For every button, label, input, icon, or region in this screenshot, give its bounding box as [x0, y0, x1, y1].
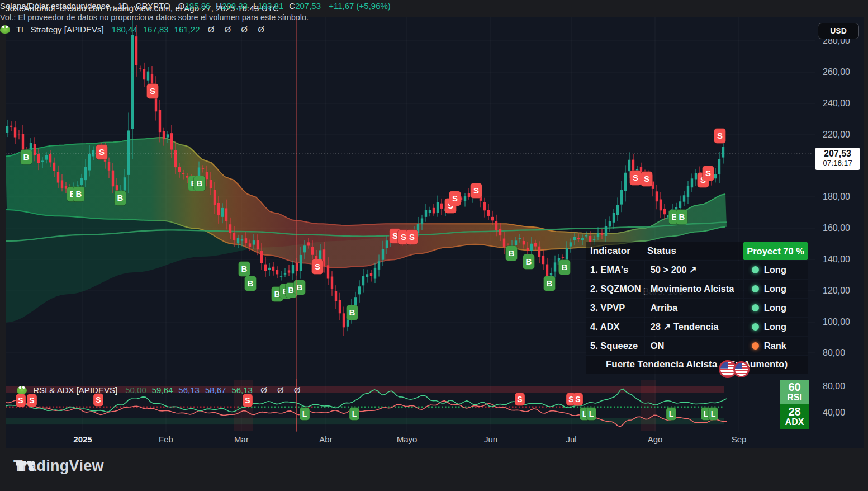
buy-signal-badge: B — [506, 246, 518, 261]
strategy-values: 180,44167,83161,22 — [106, 25, 200, 34]
ohlc-O: O195,86 — [178, 1, 211, 11]
time-axis-separator — [6, 432, 864, 432]
sell-signal-badge: S — [93, 394, 103, 407]
sell-signal-badge: S — [406, 230, 418, 245]
ohlc-H: H209,33 — [216, 1, 248, 11]
project-button[interactable]: Proyect 70 % — [743, 242, 808, 260]
rsi-adx-legend[interactable]: RSI & ADX [APIDEVS] 50,0059,6456,1358,67… — [17, 385, 304, 395]
ohlc-C: C207,53 — [289, 1, 321, 11]
svg-text:S: S — [245, 396, 250, 405]
strategy-zeros: Ø Ø Ø Ø — [208, 25, 268, 34]
buy-signal-badge: B — [73, 187, 85, 202]
sell-signal-badge: S — [16, 394, 26, 407]
svg-text:S: S — [409, 232, 415, 242]
sell-signal-badge: S — [96, 145, 108, 160]
svg-text:B: B — [23, 152, 30, 162]
adx-label: ADX — [780, 418, 809, 427]
svg-text:B: B — [288, 285, 295, 295]
change-value: +11,67 (+5,96%) — [329, 1, 391, 11]
cell-signal: Long — [744, 280, 808, 298]
buy-signal-badge: B — [559, 260, 571, 275]
pane-separator[interactable] — [6, 379, 815, 379]
price-tick: 80,00 — [823, 348, 845, 358]
table-footer: Fuerte Tendencia Alcista - (En Aumento) — [586, 356, 808, 374]
sell-signal-badge: S — [471, 183, 482, 199]
price-tick: 220,00 — [823, 130, 850, 140]
svg-text:B: B — [117, 193, 124, 202]
sell-signal-badge: S — [243, 394, 253, 407]
price-axis[interactable]: 280,00260,00240,00220,00180,00160,00140,… — [815, 17, 864, 432]
status-dot — [752, 266, 759, 273]
rsi-adx-zeros: Ø Ø Ø — [260, 385, 304, 395]
ohlc-L: L193,81 — [253, 1, 283, 11]
sell-signal-badge: S — [27, 394, 37, 407]
ohlc-values: O195,86H209,33L193,81C207,53 — [173, 1, 321, 11]
volume-note: Vol.: El proveedor de datos no proporcio… — [0, 13, 309, 22]
table-row: 4. ADX28 ↗ TendenciaLong — [586, 318, 808, 336]
time-axis[interactable]: 2025FebMarAbrMayoJunJulAgoSep — [6, 432, 815, 447]
price-tick: 260,00 — [823, 67, 850, 77]
table-row: 5. SqueezeONRank — [586, 337, 808, 355]
buy-signal-badge: L — [349, 408, 359, 421]
us-flag-icon — [733, 361, 750, 377]
cell-signal: Long — [744, 318, 808, 336]
price-tick: 40,00 — [823, 408, 845, 418]
strategy-value: 161,22 — [174, 25, 200, 34]
svg-text:S: S — [29, 396, 34, 405]
sell-signal-badge: S — [449, 191, 461, 206]
cell-signal: Rank — [744, 337, 808, 355]
time-tick-Mayo: Mayo — [397, 435, 418, 444]
cell-indicator: 2. SQZMON — [586, 280, 644, 298]
svg-text:B: B — [562, 262, 568, 272]
rsi-adx-value: 59,64 — [152, 385, 173, 395]
svg-text:S: S — [644, 174, 649, 183]
sell-signal-badge: S — [515, 393, 525, 406]
adx-value: 28 — [780, 406, 809, 418]
currency-toggle-button[interactable]: USD — [818, 23, 859, 39]
buy-signal-badge: L — [300, 408, 310, 421]
cell-status: Arriba — [645, 299, 743, 317]
buy-signal-badge: L — [666, 408, 676, 421]
svg-text:S: S — [473, 186, 479, 195]
sell-signal-badge: S — [312, 259, 324, 275]
table-body: 1. EMA's50 > 200 ↗Long2. SQZMONMovimient… — [586, 261, 808, 355]
buy-signal-badge: B — [245, 276, 257, 291]
price-tick: 240,00 — [823, 98, 850, 108]
strategy-row[interactable]: TL_Strategy [APIDEVs] 180,44167,83161,22… — [0, 25, 268, 34]
time-tick-Sep: Sep — [732, 435, 747, 444]
symbol-row[interactable]: Solana/Dólar estadounidense · 1D · CRYPT… — [0, 1, 391, 11]
tradingview-logo[interactable]: TradingView — [13, 457, 104, 475]
svg-text:S: S — [99, 147, 105, 157]
price-tick: 80,00 — [823, 381, 845, 391]
strategy-name[interactable]: TL_Strategy [APIDEVs] — [16, 25, 104, 34]
rsi-label: RSI — [780, 393, 809, 403]
buy-signal-badge: B — [676, 210, 688, 225]
cell-status: 50 > 200 ↗ — [645, 261, 743, 279]
status-dot — [752, 342, 759, 350]
price-tick: 120,00 — [823, 286, 850, 296]
frog-icon — [17, 386, 27, 394]
symbol-title[interactable]: Solana/Dólar estadounidense · 1D · CRYPT… — [0, 1, 170, 11]
svg-text:B: B — [547, 278, 553, 288]
svg-text:L: L — [352, 409, 357, 418]
adx-value-badge: 28 ADX — [780, 404, 809, 429]
buy-signal-badge: B — [523, 254, 535, 270]
tradingview-glyph — [13, 455, 37, 478]
sell-signal-badge: S — [714, 129, 726, 144]
time-tick-Jul: Jul — [566, 435, 576, 444]
svg-text:S: S — [517, 395, 522, 404]
time-tick-Jun: Jun — [484, 435, 497, 444]
time-tick-Mar: Mar — [234, 435, 249, 444]
cell-status: 28 ↗ Tendencia — [645, 318, 743, 336]
cell-indicator: 1. EMA's — [586, 261, 644, 279]
svg-text:S: S — [575, 395, 580, 404]
svg-text:B: B — [248, 278, 254, 288]
price-tick: 100,00 — [823, 317, 850, 327]
svg-text:S: S — [401, 232, 406, 242]
buy-signal-badge: B — [544, 276, 556, 291]
svg-text:S: S — [452, 193, 458, 203]
svg-text:B: B — [297, 282, 303, 292]
bar-countdown: 07:16:17 — [815, 159, 860, 167]
sell-signal-badge: S — [147, 84, 159, 99]
rsi-adx-name[interactable]: RSI & ADX [APIDEVS] — [33, 385, 117, 395]
